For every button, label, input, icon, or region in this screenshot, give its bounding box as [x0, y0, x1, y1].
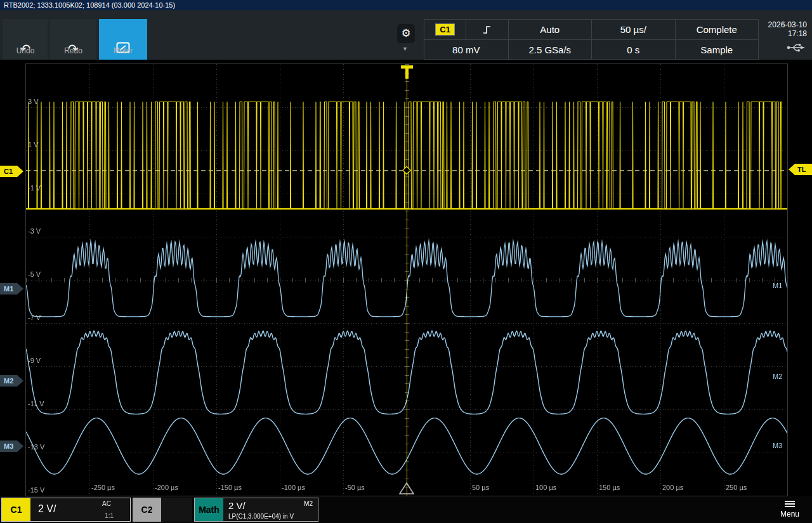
- channel-c1-probe: 1:1: [105, 512, 114, 519]
- scope-canvas[interactable]: [25, 63, 788, 496]
- undo-button[interactable]: ↶ Undo: [3, 19, 48, 60]
- math-tab[interactable]: Math: [195, 498, 223, 521]
- acquisition-status-panel: C1 Auto 50 µs/ Complete 80 mV 2.5 GSa/s …: [424, 19, 759, 60]
- math-panel[interactable]: Math 2 V/ M2 LP(C1,3.000E+04) in V: [194, 498, 318, 522]
- time-text: 17:18: [768, 29, 807, 38]
- settings-gear-button[interactable]: ⚙: [397, 24, 415, 43]
- trigger-source-half[interactable]: C1: [424, 20, 466, 39]
- undo-label: Undo: [16, 46, 35, 55]
- scope-area: 3 V1 V-1 V-3 V-5 V-7 V-9 V-11 V-13 V-15 …: [0, 60, 812, 496]
- channel-c1-scale: 2 V/: [38, 503, 56, 515]
- trace-marker-M1[interactable]: M1: [0, 283, 23, 295]
- timebase-cell[interactable]: 50 µs/: [591, 20, 675, 39]
- math-formula: LP(C1,3.000E+04) in V: [228, 513, 294, 520]
- datetime-display: 2026-03-10 17:18: [768, 20, 807, 38]
- trigger-source-cell[interactable]: C1: [424, 20, 508, 39]
- usb-icon: [787, 42, 806, 53]
- trigger-level-cell[interactable]: 80 mV: [424, 39, 508, 59]
- redo-label: Redo: [64, 46, 82, 55]
- device-id-text: RTB2002; 1333.1005K02; 108914 (03.000 20…: [4, 1, 175, 9]
- channel-c2-settings[interactable]: [161, 498, 192, 522]
- menu-label: Menu: [780, 510, 799, 519]
- settings-caret-icon[interactable]: ▼: [402, 46, 408, 52]
- hamburger-icon: [785, 501, 795, 502]
- sample-rate-cell[interactable]: 2.5 GSa/s: [508, 39, 592, 59]
- trigger-slope-icon: [481, 24, 493, 36]
- channel-c1-coupling: AC: [102, 500, 111, 507]
- trace-marker-C1[interactable]: C1: [0, 166, 23, 177]
- channel-c2-panel[interactable]: C2: [133, 498, 192, 522]
- math-settings[interactable]: 2 V/ M2 LP(C1,3.000E+04) in V: [223, 498, 318, 521]
- horizontal-position-cell[interactable]: 0 s: [591, 39, 675, 59]
- channel-c1-tab[interactable]: C1: [2, 498, 30, 521]
- acquisition-state-cell[interactable]: Complete: [675, 20, 759, 39]
- menu-button[interactable]: Menu: [770, 498, 809, 522]
- trigger-mode-cell[interactable]: Auto: [508, 20, 592, 39]
- math-source: M2: [304, 500, 313, 507]
- gear-icon: ⚙: [401, 27, 410, 39]
- oscilloscope-screen: RTB2002; 1333.1005K02; 108914 (03.000 20…: [0, 0, 812, 523]
- trigger-slope-cell[interactable]: [466, 20, 508, 39]
- trigger-source-badge[interactable]: C1: [435, 23, 455, 36]
- channel-bar: C1 2 V/ AC 1:1 C2 Math 2 V/ M2 LP(C1,3.0…: [0, 496, 812, 523]
- toolbar: ↶ Undo ↷ Redo Meter ⚙ ▼ C1: [0, 10, 812, 60]
- trace-marker-M3[interactable]: M3: [0, 440, 23, 452]
- meter-button[interactable]: Meter: [99, 19, 147, 60]
- trigger-level-flag[interactable]: TL: [789, 164, 812, 175]
- acquisition-mode-cell[interactable]: Sample: [675, 39, 759, 59]
- meter-label: Meter: [114, 46, 133, 55]
- math-scale: 2 V/: [228, 500, 246, 511]
- redo-button[interactable]: ↷ Redo: [50, 19, 96, 60]
- channel-c2-tab[interactable]: C2: [133, 498, 161, 522]
- trace-marker-M2[interactable]: M2: [0, 375, 23, 387]
- date-text: 2026-03-10: [768, 20, 807, 29]
- channel-c1-panel[interactable]: C1 2 V/ AC 1:1: [1, 498, 131, 522]
- channel-c1-settings[interactable]: 2 V/ AC 1:1: [30, 498, 130, 521]
- device-title-bar: RTB2002; 1333.1005K02; 108914 (03.000 20…: [0, 0, 812, 10]
